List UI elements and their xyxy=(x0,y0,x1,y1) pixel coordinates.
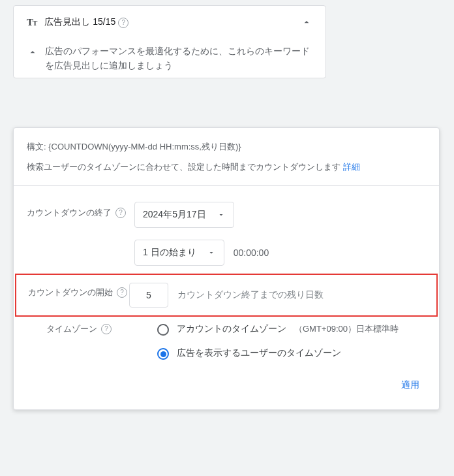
start-days-label: カウントダウンの開始 ? xyxy=(28,283,129,298)
radio-account-input[interactable] xyxy=(157,324,169,336)
help-icon[interactable]: ? xyxy=(115,208,126,218)
radio-account-label: アカウントのタイムゾーン xyxy=(177,323,286,335)
start-days-row: カウントダウンの開始 ? カウントダウン終了までの残り日数 xyxy=(15,274,438,317)
collapse-suggestions-icon[interactable] xyxy=(27,46,38,58)
countdown-panel: 構文: {COUNTDOWN(yyyy-MM-dd HH:mm:ss,残り日数)… xyxy=(13,127,440,410)
help-icon[interactable]: ? xyxy=(118,18,129,28)
timezone-label-text: タイムゾーン xyxy=(46,323,97,335)
days-hint: カウントダウン終了までの残り日数 xyxy=(177,289,324,301)
countdown-form: カウントダウンの終了 ? 2024年5月17日 1 日の始まり xyxy=(14,185,439,409)
help-icon[interactable]: ? xyxy=(117,287,127,298)
radio-selected-dot xyxy=(160,351,166,357)
days-input[interactable] xyxy=(129,283,168,308)
section-subtext: 広告のパフォーマンスを最適化するために、これらのキーワードを広告見出しに追加しま… xyxy=(45,44,312,72)
end-date-value: 2024年5月17日 xyxy=(143,209,206,221)
headlines-section: TT 広告見出し 15/15 ? 広告のパフォーマンスを最適化するために、これら… xyxy=(13,5,326,78)
apply-button[interactable]: 適用 xyxy=(395,375,426,395)
help-icon[interactable]: ? xyxy=(101,324,112,334)
description-row: 検索ユーザーのタイムゾーンに合わせて、設定した時間までカウントダウンします 詳細 xyxy=(14,157,439,185)
time-value: 00:00:00 xyxy=(234,247,269,258)
end-date-label-text: カウントダウンの終了 xyxy=(27,207,112,219)
day-start-value: 1 日の始まり xyxy=(143,247,196,259)
end-date-controls: 2024年5月17日 xyxy=(134,202,426,228)
timezone-label: タイムゾーン ? xyxy=(46,323,157,335)
empty-label xyxy=(27,240,134,245)
radio-account-text: アカウントのタイムゾーン （GMT+09:00）日本標準時 xyxy=(177,323,399,335)
end-date-label: カウントダウンの終了 ? xyxy=(27,202,134,219)
day-start-dropdown[interactable]: 1 日の始まり xyxy=(134,240,224,266)
radio-user-row[interactable]: 広告を表示するユーザーのタイムゾーン xyxy=(157,347,426,360)
section-title: 広告見出し 15/15 ? xyxy=(44,16,293,28)
details-link[interactable]: 詳細 xyxy=(343,162,360,172)
description-text: 検索ユーザーのタイムゾーンに合わせて、設定した時間までカウントダウンします xyxy=(27,162,340,172)
end-date-row: カウントダウンの終了 ? 2024年5月17日 xyxy=(14,198,439,236)
radio-user-label: 広告を表示するユーザーのタイムゾーン xyxy=(177,347,341,359)
radio-account-row[interactable]: アカウントのタイムゾーン （GMT+09:00）日本標準時 xyxy=(157,323,426,336)
section-subtext-row: 広告のパフォーマンスを最適化するために、これらのキーワードを広告見出しに追加しま… xyxy=(14,39,325,78)
chevron-down-icon xyxy=(217,210,226,219)
timezone-row: タイムゾーン ? アカウントのタイムゾーン （GMT+09:00）日本標準時 広… xyxy=(14,322,439,368)
radio-user-input[interactable] xyxy=(157,348,169,360)
chevron-down-icon xyxy=(207,248,216,257)
start-days-label-text: カウントダウンの開始 xyxy=(28,287,113,298)
end-date-dropdown[interactable]: 2024年5月17日 xyxy=(134,202,234,228)
text-format-icon: TT xyxy=(27,17,37,28)
section-title-text: 広告見出し 15/15 xyxy=(44,16,115,27)
time-controls: 1 日の始まり 00:00:00 xyxy=(134,240,426,266)
radio-account-sublabel: （GMT+09:00）日本標準時 xyxy=(294,323,399,335)
collapse-icon[interactable] xyxy=(301,16,312,28)
syntax-text: 構文: {COUNTDOWN(yyyy-MM-dd HH:mm:ss,残り日数)… xyxy=(14,128,439,157)
section-header[interactable]: TT 広告見出し 15/15 ? xyxy=(14,6,325,39)
apply-row: 適用 xyxy=(14,368,439,404)
time-row: 1 日の始まり 00:00:00 xyxy=(14,236,439,274)
timezone-radio-group: アカウントのタイムゾーン （GMT+09:00）日本標準時 広告を表示するユーザ… xyxy=(157,323,426,360)
